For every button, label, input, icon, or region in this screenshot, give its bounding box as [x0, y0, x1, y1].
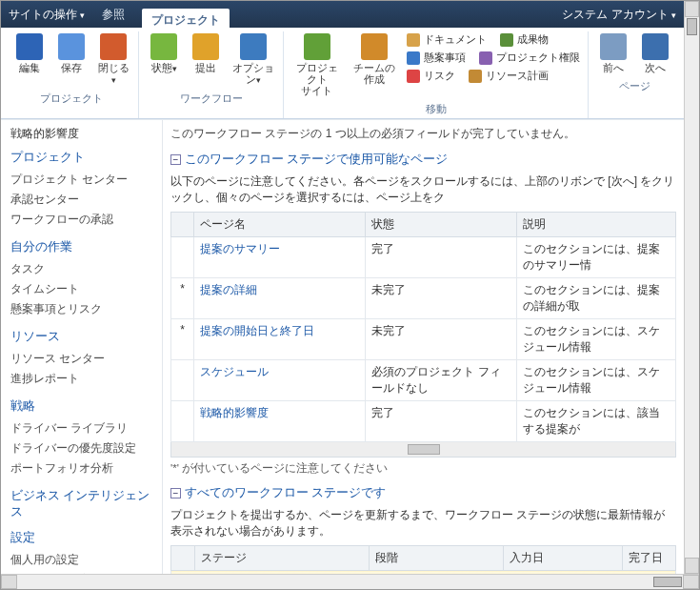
- stages-note: プロジェクトを提出するか、ページを更新するまで、ワークフロー ステージの状態に最…: [170, 507, 676, 539]
- state-button[interactable]: 状態▾: [145, 31, 183, 76]
- ribbon-group-workflow-label: ワークフロー: [145, 90, 277, 106]
- tab-browse[interactable]: 参照: [94, 3, 132, 27]
- page-link[interactable]: 戦略的影響度: [194, 401, 366, 442]
- pages-hscroll[interactable]: [170, 442, 676, 458]
- edit-button[interactable]: 編集: [10, 31, 49, 75]
- resource-button[interactable]: リソース計画: [467, 68, 550, 84]
- main-content: このワークフロー ステージの 1 つ以上の必須フィールドが完了していません。 −…: [163, 120, 684, 574]
- sidebar-item[interactable]: ワークフローの承認: [10, 210, 162, 230]
- sidebar-item[interactable]: ドライバー ライブラリ: [10, 418, 162, 438]
- table-row: *提案の詳細未完了このセクションには、提案の詳細が取: [171, 278, 676, 319]
- col-page-name: ページ名: [194, 213, 366, 237]
- page-link[interactable]: 提案のサマリー: [194, 237, 366, 278]
- pages-footnote: '*' が付いているページに注意してください: [170, 461, 676, 476]
- col-entry: 入力日: [504, 546, 622, 571]
- permission-button[interactable]: プロジェクト権限: [477, 50, 582, 66]
- sidebar: 戦略的影響度 プロジェクトプロジェクト センター承認センターワークフローの承認自…: [1, 120, 163, 574]
- workflow-warning: このワークフロー ステージの 1 つ以上の必須フィールドが完了していません。: [170, 126, 676, 142]
- sidebar-item[interactable]: 懸案事項とリスク: [10, 299, 162, 319]
- pages-table: ページ名 状態 説明 提案のサマリー完了このセクションには、提案のサマリー情*提…: [170, 212, 676, 442]
- table-row: スケジュール必須のプロジェクト フィールドなしこのセクションには、スケジュール情…: [171, 360, 676, 401]
- collapse-icon: −: [170, 154, 181, 165]
- page-link[interactable]: 提案の開始日と終了日: [194, 319, 366, 360]
- submit-button[interactable]: 提出: [187, 31, 225, 75]
- sidebar-header[interactable]: リソース: [10, 329, 162, 345]
- pages-section-toggle[interactable]: − このワークフロー ステージで使用可能なページ: [170, 152, 676, 168]
- sidebar-current[interactable]: 戦略的影響度: [10, 124, 162, 144]
- ribbon-group-project-label: プロジェクト: [10, 90, 132, 106]
- stages-table: ステージ 段階 入力日 完了日 −ワークフロー フェーズ: 作成✔初期段階の提案…: [170, 545, 676, 574]
- options-button[interactable]: オプション▾: [229, 31, 277, 88]
- save-button[interactable]: 保存: [52, 31, 90, 75]
- table-row: 戦略的影響度完了このセクションには、該当する提案が: [171, 401, 676, 442]
- col-page-state: 状態: [366, 213, 517, 237]
- account-menu[interactable]: システム アカウント ▾: [562, 7, 676, 23]
- window-vscroll[interactable]: [684, 1, 699, 574]
- window-hscroll[interactable]: [1, 574, 699, 589]
- sidebar-item[interactable]: 承認センター: [10, 190, 162, 210]
- stages-section-toggle[interactable]: − すべてのワークフロー ステージです: [170, 485, 676, 501]
- sidebar-item[interactable]: 進捗レポート: [10, 369, 162, 389]
- col-stage: ステージ: [195, 546, 370, 571]
- sidebar-item[interactable]: ドライバーの優先度設定: [10, 438, 162, 458]
- document-button[interactable]: ドキュメント: [405, 31, 489, 48]
- ribbon: 編集 保存 閉じる▾ プロジェクト 状態▾ 提出 オプション▾ ワークフロー: [1, 28, 684, 119]
- col-end: 完了日: [622, 546, 675, 571]
- ribbon-group-page-label: ページ: [594, 77, 674, 93]
- sidebar-item[interactable]: プロジェクト センター: [10, 170, 162, 190]
- sidebar-header[interactable]: 自分の作業: [10, 239, 162, 255]
- col-step: 段階: [369, 546, 504, 571]
- sidebar-item[interactable]: 個人用の設定: [10, 550, 162, 570]
- risk-button[interactable]: リスク: [405, 68, 457, 84]
- project-site-button[interactable]: プロジェクトサイト: [290, 31, 343, 98]
- next-button[interactable]: 次へ: [636, 31, 674, 75]
- sidebar-header[interactable]: 設定: [10, 530, 162, 546]
- sidebar-item[interactable]: ポートフォリオ分析: [10, 458, 162, 478]
- page-link[interactable]: スケジュール: [194, 360, 366, 401]
- sidebar-item[interactable]: リソース センター: [10, 349, 162, 369]
- table-row: *提案の開始日と終了日未完了このセクションには、スケジュール情報: [171, 319, 676, 360]
- sidebar-header[interactable]: 戦略: [10, 398, 162, 415]
- tab-project[interactable]: プロジェクト: [142, 9, 230, 32]
- site-actions-menu[interactable]: サイトの操作 ▾: [9, 7, 85, 23]
- col-page-desc: 説明: [517, 213, 676, 237]
- team-create-button[interactable]: チームの作成: [348, 31, 401, 87]
- sidebar-header[interactable]: プロジェクト: [10, 150, 162, 166]
- ribbon-group-move-label: 移動: [290, 100, 582, 116]
- collapse-icon: −: [170, 488, 181, 498]
- pages-note: 以下のページに注意してください。各ページをスクロールするには、上部のリボンで […: [170, 173, 676, 206]
- sidebar-item[interactable]: タスク: [10, 259, 162, 279]
- issues-button[interactable]: 懸案事項: [405, 50, 468, 66]
- table-row: 提案のサマリー完了このセクションには、提案のサマリー情: [171, 237, 676, 278]
- close-button[interactable]: 閉じる▾: [94, 31, 132, 88]
- deliverable-button[interactable]: 成果物: [498, 31, 550, 48]
- prev-button[interactable]: 前へ: [594, 31, 632, 75]
- page-link[interactable]: 提案の詳細: [194, 278, 366, 319]
- sidebar-header[interactable]: ビジネス インテリジェンス: [10, 488, 162, 520]
- sidebar-item[interactable]: タイムシート: [10, 279, 162, 299]
